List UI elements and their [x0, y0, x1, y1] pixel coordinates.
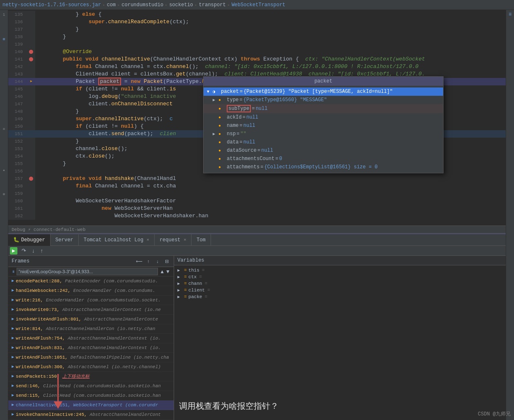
- frames-up-btn[interactable]: ↑: [145, 257, 152, 265]
- gutter-137: [27, 26, 35, 33]
- line-num-156: 156: [8, 168, 27, 175]
- popup-row-2[interactable]: ● subType = null: [204, 104, 443, 113]
- resume-button[interactable]: ▶: [10, 247, 17, 255]
- var-item-ctx[interactable]: ▶ = ctx =: [174, 274, 506, 280]
- frame-item-14[interactable]: ▶ invokeChannelInactive:245, AbstractCha…: [8, 410, 174, 420]
- var-item-this[interactable]: ▶ = this =: [174, 267, 506, 274]
- popup-val-0: {Packet@15239} "Packet [type=MESSAGE, ac…: [243, 89, 393, 95]
- popup-row-7[interactable]: ● dataSource = null: [204, 146, 443, 155]
- var-item-packe[interactable]: ▶ = packe =: [174, 294, 506, 300]
- popup-val-9: {Collections$EmptyList@16561} size = 0: [264, 164, 378, 170]
- sidebar-favorites-icon[interactable]: ★: [1, 167, 7, 173]
- step-out-button[interactable]: ↑: [39, 247, 45, 255]
- tab-debugger[interactable]: 🐛 Debugger: [8, 234, 51, 246]
- popup-icon-0: ◑: [213, 89, 219, 94]
- breakpoint-140[interactable]: [29, 50, 33, 54]
- popup-row-4[interactable]: ● name = null: [204, 121, 443, 130]
- var-item-chann[interactable]: ▶ = chann =: [174, 280, 506, 287]
- code-line-158: 158 final Channel channel = ctx.cha: [8, 182, 506, 190]
- breakpoint-157[interactable]: [29, 177, 33, 181]
- frame-item-2[interactable]: ▶ write:216, EncoderHandler (com.corundu…: [8, 296, 174, 305]
- gutter-161: [27, 205, 35, 212]
- frame-item-3[interactable]: ▶ invokeWrite0:73, AbstractChannelHandle…: [8, 305, 174, 315]
- frame-item-12[interactable]: ▶ send:115, ClientHead (com.corundumstud…: [8, 391, 174, 401]
- sidebar-web-icon[interactable]: ⊕: [1, 191, 7, 197]
- gutter-148: [27, 108, 35, 115]
- tab-tomcat-close[interactable]: ✕: [147, 234, 149, 246]
- code-line-159: 159: [8, 190, 506, 197]
- tab-debugger-icon: 🐛: [13, 234, 19, 246]
- popup-row-6[interactable]: ● data = null: [204, 138, 443, 146]
- frame-item-13[interactable]: ▶ channelInactive:151, WebSocketTranspor…: [8, 401, 174, 410]
- line-num-136: 136: [8, 18, 27, 26]
- thread-up-btn[interactable]: ▲: [160, 269, 165, 274]
- frame-item-1[interactable]: ▶ handleWebsocket:242, EncoderHandler (c…: [8, 286, 174, 296]
- frame-item-8[interactable]: ▶ writeAndFlush:1051, DefaultChannelPipe…: [8, 353, 174, 362]
- popup-row-9[interactable]: ● attachments = {Collections$EmptyList@1…: [204, 163, 443, 171]
- code-line-136: 136 super.channelReadComplete(ctx);: [8, 18, 506, 26]
- frame-item-9[interactable]: ▶ writeAndFlush:300, AbstractChannel (io…: [8, 362, 174, 372]
- popup-icon-8: ●: [218, 157, 225, 161]
- step-over-button[interactable]: ↷: [20, 247, 28, 255]
- thread-input[interactable]: [17, 268, 158, 275]
- tab-tom[interactable]: Tom: [192, 234, 211, 246]
- tab-server[interactable]: Server: [51, 234, 79, 246]
- frame-item-0[interactable]: ▶ encodePacket:288, PacketEncoder (com.c…: [8, 277, 174, 286]
- gutter-154: [27, 153, 35, 160]
- frame-icon-6: ▶: [12, 335, 14, 342]
- popup-row-0[interactable]: ▼ ◑ packet = {Packet@15239} "Packet [typ…: [204, 87, 443, 96]
- frame-item-5[interactable]: ▶ write:814, AbstractChannelHandlerCon (…: [8, 324, 174, 334]
- code-162: WebSocketServerHandshaker.han: [35, 212, 506, 220]
- tab-tomcat-label: Tomcat Localhost Log: [84, 234, 143, 246]
- frame-text-1: handleWebsocket:242, EncoderHandler (com…: [16, 287, 155, 294]
- popup-row-5[interactable]: ▶ ● nsp = "": [204, 130, 443, 138]
- bc-com[interactable]: com: [107, 2, 116, 8]
- bc-sep4: ▸: [195, 2, 197, 7]
- gutter-149: [27, 115, 35, 123]
- code-141: public void channelInactive(ChannelHandl…: [35, 56, 506, 63]
- bc-socketio[interactable]: socketio: [169, 2, 193, 8]
- breadcrumb-bar: netty-socketio-1.7.16-sources.jar ▸ com …: [0, 0, 514, 10]
- var-icon-this: =: [184, 268, 187, 273]
- breakpoint-141[interactable]: [29, 57, 33, 61]
- thread-selector: ⏸ ▲ ▼: [8, 267, 174, 277]
- frames-panel: Frames ⟵ ↑ ↓ ⊟ ⏸ ▲ ▼: [8, 256, 174, 420]
- frames-down-btn[interactable]: ↓: [154, 257, 161, 265]
- frames-filter-btn[interactable]: ⟵: [136, 257, 143, 265]
- code-line-139: 139: [8, 41, 506, 48]
- frame-item-10[interactable]: ▶ sendPackets:150, 上下移动光标: [8, 372, 174, 381]
- frame-icon-10: ▶: [12, 373, 14, 380]
- bc-jar[interactable]: netty-socketio-1.7.16-sources.jar: [2, 2, 101, 8]
- frame-item-6[interactable]: ▶ writeAndFlush:754, AbstractChannelHand…: [8, 334, 174, 343]
- line-num-147: 147: [8, 100, 27, 108]
- step-into-button[interactable]: ↓: [30, 247, 36, 255]
- tab-tomcat[interactable]: Tomcat Localhost Log ✕: [79, 234, 155, 246]
- popup-row-8[interactable]: ● attachmentsCount = 0: [204, 155, 443, 163]
- sidebar-db-icon[interactable]: ⊞: [1, 36, 7, 42]
- sidebar-right-icon1[interactable]: ≡: [509, 12, 512, 17]
- frame-item-4[interactable]: ▶ invokeWriteAndFlush:801, AbstractChann…: [8, 315, 174, 324]
- code-160: WebSocketServerHandshakerFactor: [35, 197, 506, 205]
- bc-corundum[interactable]: corundumstudio: [121, 2, 163, 8]
- sidebar-structure-icon[interactable]: ≡: [1, 126, 7, 133]
- line-num-151: 151: [8, 130, 27, 138]
- bc-transport[interactable]: transport: [199, 2, 226, 8]
- frame-icon-9: ▶: [12, 364, 14, 370]
- gutter-145: [27, 85, 35, 93]
- line-num-139: 139: [8, 41, 27, 48]
- thread-down-btn[interactable]: ▼: [165, 269, 170, 274]
- popup-icon-9: ●: [218, 165, 225, 170]
- frame-item-7[interactable]: ▶ writeAndFlush:831, AbstractChannelHand…: [8, 343, 174, 353]
- tab-request[interactable]: request ✕: [155, 234, 192, 246]
- frame-item-11[interactable]: ▶ send:146, ClientHead (com.corundumstud…: [8, 381, 174, 391]
- thread-status-icon: ⏸: [12, 270, 15, 274]
- sidebar-project-icon[interactable]: 1: [1, 12, 7, 18]
- frame-icon-12: ▶: [12, 392, 14, 399]
- popup-row-3[interactable]: ● ackId = null: [204, 113, 443, 121]
- var-item-client[interactable]: ▶ = client =: [174, 287, 506, 294]
- frames-sort-btn[interactable]: ⊟: [163, 257, 170, 265]
- bc-websocket[interactable]: WebSocketTransport: [232, 2, 286, 8]
- tab-request-close[interactable]: ✕: [184, 234, 186, 246]
- line-num-152: 152: [8, 138, 27, 145]
- popup-row-1[interactable]: ▶ ● type = {PacketType@16560} "MESSAGE": [204, 96, 443, 104]
